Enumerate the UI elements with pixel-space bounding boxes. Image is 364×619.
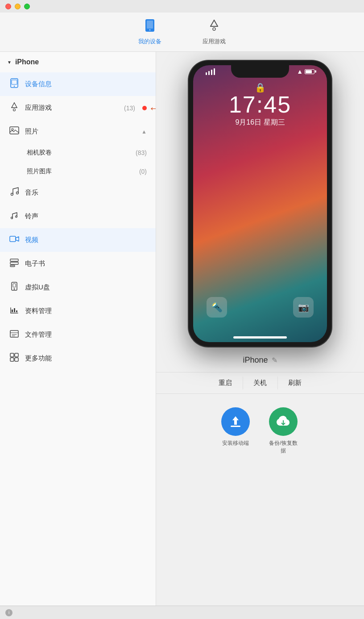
edit-name-icon[interactable]: ✎ <box>272 356 277 364</box>
ebook-label: 电子书 <box>25 259 147 268</box>
sidebar-item-ebook[interactable]: 电子书 <box>0 252 156 276</box>
svg-point-13 <box>13 109 16 111</box>
shutdown-button[interactable]: 关机 <box>243 372 277 393</box>
video-label: 视频 <box>25 236 147 244</box>
svg-rect-29 <box>16 310 17 312</box>
arrow-annotation: ← <box>149 101 156 115</box>
phone-time: 17:45 <box>229 91 291 118</box>
sidebar-item-filemanage[interactable]: 文件管理 <box>0 323 156 347</box>
device-header[interactable]: ▼ iPhone <box>0 52 156 72</box>
tab-my-device[interactable]: 我的设备 <box>131 15 169 49</box>
sub-item-photo-library[interactable]: 照片图库 (0) <box>0 162 156 181</box>
wifi-status-icon: ▲ <box>297 68 303 75</box>
sidebar-item-photos[interactable]: 照片 ▲ <box>0 120 156 143</box>
close-button[interactable] <box>5 4 11 9</box>
svg-line-3 <box>211 20 214 26</box>
photos-chevron: ▲ <box>141 129 147 135</box>
ebook-icon <box>9 258 20 270</box>
signal-bar-3 <box>211 70 212 75</box>
content-area: ▲ 🔒 17:45 9月16日 星期三 🔦 <box>156 52 364 606</box>
svg-rect-33 <box>10 358 14 361</box>
music-label: 音乐 <box>25 188 147 197</box>
svg-point-18 <box>11 217 13 219</box>
restart-button[interactable]: 重启 <box>208 372 243 393</box>
backup-icon <box>269 407 298 436</box>
expand-arrow: ▼ <box>7 60 12 65</box>
camera-roll-count: (83) <box>136 149 147 156</box>
svg-rect-34 <box>15 358 18 361</box>
phone-screen: ▲ 🔒 17:45 9月16日 星期三 🔦 <box>193 65 327 342</box>
sidebar-item-more[interactable]: 更多功能 <box>0 347 156 370</box>
svg-rect-28 <box>14 308 15 312</box>
tab-apps[interactable]: 应用游戏 <box>195 15 233 49</box>
phone-bottom-icons: 🔦 📷 <box>193 297 327 318</box>
install-icon <box>221 407 250 436</box>
device-info-label: 设备信息 <box>25 80 147 88</box>
backup-action[interactable]: 备份/恢复数据 <box>268 407 299 455</box>
device-info-icon <box>9 78 20 90</box>
my-device-label: 我的设备 <box>138 38 161 46</box>
svg-rect-8 <box>12 80 17 84</box>
datamanage-label: 资料管理 <box>25 307 147 315</box>
signal-bar-2 <box>208 71 210 75</box>
camera-roll-label: 相机胶卷 <box>27 149 136 157</box>
svg-point-15 <box>12 129 13 130</box>
svg-rect-23 <box>10 265 15 267</box>
status-icons: ▲ <box>297 68 314 75</box>
sidebar-item-apps[interactable]: 应用游戏 (13) ← <box>0 96 156 120</box>
more-icon <box>9 352 20 364</box>
sidebar-item-video[interactable]: 视频 <box>0 228 156 252</box>
apps-sidebar-label: 应用游戏 <box>25 104 119 112</box>
photo-library-count: (0) <box>139 168 147 175</box>
sidebar-item-music[interactable]: 音乐 <box>0 181 156 205</box>
phone-mockup: ▲ 🔒 17:45 9月16日 星期三 🔦 <box>189 61 331 347</box>
battery-fill <box>306 70 312 73</box>
battery-icon <box>305 69 314 74</box>
svg-rect-1 <box>147 21 153 29</box>
svg-rect-14 <box>10 127 19 134</box>
maximize-button[interactable] <box>24 4 30 9</box>
device-icon <box>143 18 157 36</box>
svg-point-26 <box>14 289 15 290</box>
phone-date: 9月16日 星期三 <box>235 118 285 127</box>
action-buttons: 重启 关机 刷新 <box>156 372 364 394</box>
apps-icon <box>207 18 221 36</box>
signal-bar-4 <box>214 68 215 75</box>
udisk-label: 虚拟U盘 <box>25 283 147 292</box>
svg-line-10 <box>12 103 14 108</box>
apps-badge <box>142 106 147 110</box>
quick-actions: 安装移动端 备份/恢复数据 <box>212 407 308 455</box>
svg-rect-22 <box>10 262 18 264</box>
phone-home-bar <box>233 336 287 339</box>
svg-rect-32 <box>15 353 18 357</box>
apps-count: (13) <box>124 105 135 112</box>
sidebar-item-ringtone[interactable]: 铃声 <box>0 205 156 228</box>
refresh-button[interactable]: 刷新 <box>277 372 312 393</box>
svg-rect-21 <box>10 259 18 261</box>
flashlight-icon: 🔦 <box>207 297 227 318</box>
signal-indicator <box>206 68 215 75</box>
sub-item-camera-roll[interactable]: 相机胶卷 (83) <box>0 143 156 162</box>
main-layout: ▼ iPhone 设备信息 <box>0 52 364 606</box>
photos-label: 照片 <box>25 127 136 136</box>
photos-icon <box>9 125 20 138</box>
apps-label: 应用游戏 <box>203 38 226 46</box>
svg-rect-30 <box>10 330 18 337</box>
svg-rect-20 <box>10 236 16 242</box>
install-mobile-action[interactable]: 安装移动端 <box>221 407 250 447</box>
sidebar-item-device-info[interactable]: 设备信息 <box>0 72 156 96</box>
sidebar-item-datamanage[interactable]: 资料管理 <box>0 299 156 323</box>
apps-sidebar-icon <box>9 102 20 114</box>
sidebar-item-udisk[interactable]: 虚拟U盘 <box>0 276 156 299</box>
svg-rect-25 <box>13 284 16 287</box>
filemanage-label: 文件管理 <box>25 330 147 339</box>
svg-line-4 <box>214 20 218 26</box>
sidebar: ▼ iPhone 设备信息 <box>0 52 156 606</box>
minimize-button[interactable] <box>15 4 21 9</box>
svg-line-11 <box>14 103 17 108</box>
titlebar <box>0 0 364 13</box>
statusbar-icon: i <box>5 609 12 616</box>
camera-quick-icon: 📷 <box>293 297 314 318</box>
svg-point-2 <box>149 29 151 31</box>
filemanage-icon <box>9 329 20 341</box>
